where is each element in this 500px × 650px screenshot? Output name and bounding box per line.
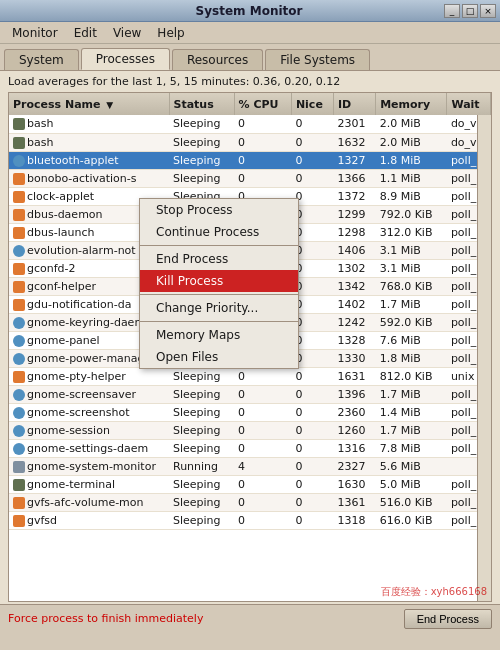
process-id: 1299	[334, 205, 376, 223]
process-name: bash	[9, 115, 169, 133]
process-memory: 768.0 KiB	[376, 277, 447, 295]
table-row[interactable]: gnome-screenshot Sleeping 0 0 2360 1.4 M…	[9, 403, 491, 421]
col-wait[interactable]: Wait	[447, 93, 491, 115]
end-process-button[interactable]: End Process	[404, 609, 492, 629]
process-nice: 0	[291, 367, 333, 385]
col-id[interactable]: ID	[334, 93, 376, 115]
table-row[interactable]: bash Sleeping 0 0 1632 2.0 MiB do_v	[9, 133, 491, 151]
main-content: Load averages for the last 1, 5, 15 minu…	[0, 70, 500, 604]
process-memory: 1.8 MiB	[376, 349, 447, 367]
process-status: Sleeping	[169, 115, 234, 133]
process-memory: 5.0 MiB	[376, 475, 447, 493]
process-cpu: 0	[234, 151, 291, 169]
tab-processes[interactable]: Processes	[81, 48, 170, 70]
process-id: 1260	[334, 421, 376, 439]
context-menu-item-change-priority[interactable]: Change Priority...	[140, 297, 298, 319]
process-memory: 516.0 KiB	[376, 493, 447, 511]
table-row[interactable]: gnome-system-monitor Running 4 0 2327 5.…	[9, 457, 491, 475]
orange-icon	[13, 371, 25, 383]
applet-icon	[13, 245, 25, 257]
context-menu-item-open-files[interactable]: Open Files	[140, 346, 298, 368]
process-id: 1330	[334, 349, 376, 367]
scrollbar[interactable]	[477, 115, 491, 601]
menu-monitor[interactable]: Monitor	[4, 24, 66, 42]
context-menu-item-memory-maps[interactable]: Memory Maps	[140, 324, 298, 346]
process-name: bonobo-activation-s	[9, 169, 169, 187]
applet-icon	[13, 335, 25, 347]
table-header-row: Process Name ▼ Status % CPU Nice ID Memo…	[9, 93, 491, 115]
tab-filesystems[interactable]: File Systems	[265, 49, 370, 70]
menu-view[interactable]: View	[105, 24, 149, 42]
process-cpu: 0	[234, 421, 291, 439]
tab-resources[interactable]: Resources	[172, 49, 263, 70]
process-memory: 2.0 MiB	[376, 133, 447, 151]
process-nice: 0	[291, 421, 333, 439]
process-id: 1327	[334, 151, 376, 169]
process-name: gnome-pty-helper	[9, 367, 169, 385]
watermark: 百度经验：xyh666168	[381, 585, 487, 599]
table-row[interactable]: bluetooth-applet Sleeping 0 0 1327 1.8 M…	[9, 151, 491, 169]
process-memory: 7.6 MiB	[376, 331, 447, 349]
context-menu-item-stop-process[interactable]: Stop Process	[140, 199, 298, 221]
shell-icon	[13, 137, 25, 149]
maximize-button[interactable]: □	[462, 4, 478, 18]
context-menu-item-kill-process[interactable]: Kill Process	[140, 270, 298, 292]
process-memory: 1.1 MiB	[376, 169, 447, 187]
col-cpu[interactable]: % CPU	[234, 93, 291, 115]
col-status[interactable]: Status	[169, 93, 234, 115]
process-id: 1630	[334, 475, 376, 493]
process-memory: 1.7 MiB	[376, 295, 447, 313]
process-id: 1302	[334, 259, 376, 277]
col-memory[interactable]: Memory	[376, 93, 447, 115]
process-name: bluetooth-applet	[9, 151, 169, 169]
col-process-name[interactable]: Process Name ▼	[9, 93, 169, 115]
menu-separator	[140, 245, 298, 246]
process-nice: 0	[291, 457, 333, 475]
process-table-container: Process Name ▼ Status % CPU Nice ID Memo…	[8, 92, 492, 602]
context-menu-item-continue-process[interactable]: Continue Process	[140, 221, 298, 243]
process-memory: 616.0 KiB	[376, 511, 447, 529]
table-row[interactable]: gnome-terminal Sleeping 0 0 1630 5.0 MiB…	[9, 475, 491, 493]
applet-icon	[13, 389, 25, 401]
table-row[interactable]: gnome-settings-daem Sleeping 0 0 1316 7.…	[9, 439, 491, 457]
process-memory: 312.0 KiB	[376, 223, 447, 241]
tab-system[interactable]: System	[4, 49, 79, 70]
close-button[interactable]: ×	[480, 4, 496, 18]
gear-icon	[13, 461, 25, 473]
process-cpu: 0	[234, 133, 291, 151]
process-id: 1318	[334, 511, 376, 529]
process-id: 2301	[334, 115, 376, 133]
process-nice: 0	[291, 511, 333, 529]
col-nice[interactable]: Nice	[291, 93, 333, 115]
table-row[interactable]: gvfsd Sleeping 0 0 1318 616.0 KiB poll_	[9, 511, 491, 529]
table-row[interactable]: bonobo-activation-s Sleeping 0 0 1366 1.…	[9, 169, 491, 187]
process-status: Sleeping	[169, 133, 234, 151]
process-memory: 1.7 MiB	[376, 385, 447, 403]
process-status: Sleeping	[169, 493, 234, 511]
context-menu-item-end-process[interactable]: End Process	[140, 248, 298, 270]
table-row[interactable]: gnome-screensaver Sleeping 0 0 1396 1.7 …	[9, 385, 491, 403]
process-cpu: 0	[234, 439, 291, 457]
menu-separator	[140, 321, 298, 322]
table-row[interactable]: bash Sleeping 0 0 2301 2.0 MiB do_v	[9, 115, 491, 133]
menu-help[interactable]: Help	[149, 24, 192, 42]
process-nice: 0	[291, 169, 333, 187]
orange-icon	[13, 281, 25, 293]
process-cpu: 4	[234, 457, 291, 475]
orange-icon	[13, 191, 25, 203]
process-status: Sleeping	[169, 439, 234, 457]
process-status: Sleeping	[169, 151, 234, 169]
process-status: Sleeping	[169, 169, 234, 187]
window-controls[interactable]: _ □ ×	[444, 4, 496, 18]
table-row[interactable]: gnome-session Sleeping 0 0 1260 1.7 MiB …	[9, 421, 491, 439]
process-nice: 0	[291, 133, 333, 151]
minimize-button[interactable]: _	[444, 4, 460, 18]
process-cpu: 0	[234, 475, 291, 493]
sort-icon: ▼	[106, 100, 113, 110]
table-row[interactable]: gnome-pty-helper Sleeping 0 0 1631 812.0…	[9, 367, 491, 385]
orange-icon	[13, 497, 25, 509]
process-status: Sleeping	[169, 421, 234, 439]
menu-edit[interactable]: Edit	[66, 24, 105, 42]
shell-icon	[13, 118, 25, 130]
table-row[interactable]: gvfs-afc-volume-mon Sleeping 0 0 1361 51…	[9, 493, 491, 511]
